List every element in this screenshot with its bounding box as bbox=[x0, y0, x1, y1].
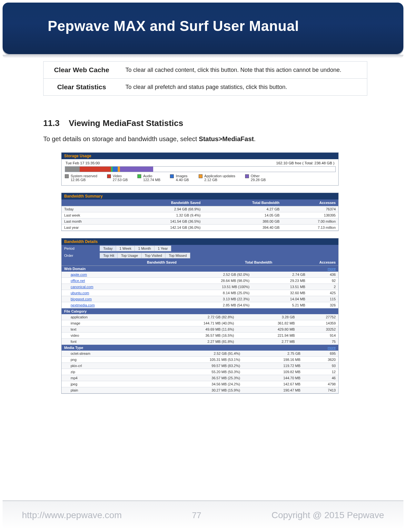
legend-swatch bbox=[137, 174, 141, 178]
section-body: To get details on storage and bandwidth … bbox=[43, 135, 367, 143]
legend-item: Audio122.74 MB bbox=[137, 174, 160, 182]
legend-swatch bbox=[245, 174, 249, 178]
domain-link[interactable]: apple.com bbox=[62, 272, 159, 278]
legend-item: System reserved12.95 GB bbox=[65, 174, 97, 182]
footer-copyright: Copyright @ 2015 Pepwave bbox=[272, 510, 384, 520]
storage-segment bbox=[80, 167, 111, 172]
tab[interactable]: 1 Week bbox=[116, 246, 135, 251]
summary-panel-title: Bandwidth Summary bbox=[61, 193, 339, 199]
storage-panel-title: Storage Usage bbox=[61, 152, 339, 159]
storage-segment bbox=[113, 167, 118, 172]
footer-url: http://www.pepwave.com bbox=[22, 510, 122, 520]
group-header: Web Domainmore bbox=[62, 266, 338, 272]
legend-item: Application updates2.12 GB bbox=[199, 174, 235, 182]
legend-swatch bbox=[170, 174, 174, 178]
filter-row: PeriodToday1 Week1 Month1 Year bbox=[62, 245, 338, 252]
tab[interactable]: Today bbox=[100, 246, 116, 251]
page: Pepwave MAX and Surf User Manual Clear W… bbox=[0, 0, 406, 532]
domain-link[interactable]: office.net bbox=[62, 277, 159, 284]
content: Clear Web Cache To clear all cached cont… bbox=[43, 61, 367, 394]
def-key: Clear Statistics bbox=[44, 79, 120, 96]
embedded-screenshot: Storage Usage Tue Feb 17 15:35:00 162.10… bbox=[61, 152, 339, 394]
manual-footer: http://www.pepwave.com 77 Copyright @ 20… bbox=[3, 500, 403, 529]
detail-table: octet-stream2.52 GB (91.4%)2.75 GB695png… bbox=[62, 351, 338, 393]
legend-item: Images4.40 GB bbox=[170, 174, 189, 182]
more-link[interactable]: more bbox=[328, 267, 336, 271]
section-heading: 11.3 Viewing MediaFast Statistics bbox=[43, 118, 367, 128]
storage-free: 162.10 GB free ( Total: 238.48 GB ) bbox=[276, 161, 334, 165]
detail-table: application2.72 GB (82.8%)3.28 GB27752im… bbox=[62, 314, 338, 345]
more-link[interactable]: more bbox=[328, 346, 336, 350]
domain-link[interactable]: nextmedia.com bbox=[62, 302, 159, 308]
storage-segment bbox=[65, 167, 80, 172]
tab[interactable]: 1 Month bbox=[135, 246, 154, 251]
tab[interactable]: 1 Year bbox=[154, 246, 171, 251]
footer-page: 77 bbox=[192, 510, 201, 520]
def-val: To clear all prefetch and status page st… bbox=[120, 79, 367, 96]
def-val: To clear all cached content, click this … bbox=[120, 62, 367, 79]
storage-legend: System reserved12.95 GBVideo27.53 GBAudi… bbox=[65, 174, 335, 182]
legend-swatch bbox=[107, 174, 111, 178]
detail-table: apple.com2.52 GB (92.0%)2.74 GB436office… bbox=[62, 272, 338, 308]
storage-bar bbox=[65, 166, 336, 172]
manual-title: Pepwave MAX and Surf User Manual bbox=[48, 18, 299, 34]
tab[interactable]: Top Usage bbox=[118, 253, 142, 258]
legend-item: Other29.28 GB bbox=[245, 174, 266, 182]
tabset: Today1 Week1 Month1 Year bbox=[100, 246, 171, 251]
tab[interactable]: Top Hit bbox=[100, 253, 118, 258]
storage-segment bbox=[153, 167, 335, 172]
manual-header: Pepwave MAX and Surf User Manual bbox=[3, 3, 403, 55]
domain-link[interactable]: canonical.com bbox=[62, 284, 159, 290]
storage-segment bbox=[120, 167, 153, 172]
legend-swatch bbox=[65, 174, 69, 178]
storage-timestamp: Tue Feb 17 15:35:00 bbox=[65, 161, 100, 165]
group-header: Media Typemore bbox=[62, 345, 338, 351]
tab[interactable]: Top Visited bbox=[142, 253, 166, 258]
tabset: Top HitTop UsageTop VisitedTop Missed bbox=[100, 253, 190, 258]
storage-segment bbox=[118, 167, 120, 172]
domain-link[interactable]: ubuntu.com bbox=[62, 290, 159, 296]
def-key: Clear Web Cache bbox=[44, 62, 120, 79]
tab[interactable]: Top Missed bbox=[165, 253, 190, 258]
details-body: PeriodToday1 Week1 Month1 YearOrderTop H… bbox=[61, 245, 339, 394]
group-header: File Category bbox=[62, 308, 338, 314]
details-panel-title: Bandwidth Details bbox=[61, 238, 339, 245]
definition-table: Clear Web Cache To clear all cached cont… bbox=[43, 61, 367, 96]
summary-table: Bandwidth SavedTotal BandwidthAccessesTo… bbox=[62, 199, 338, 231]
legend-swatch bbox=[199, 174, 203, 178]
filter-row: OrderTop HitTop UsageTop VisitedTop Miss… bbox=[62, 252, 338, 259]
legend-item: Video27.53 GB bbox=[107, 174, 128, 182]
domain-link[interactable]: blogspot.com bbox=[62, 296, 159, 302]
